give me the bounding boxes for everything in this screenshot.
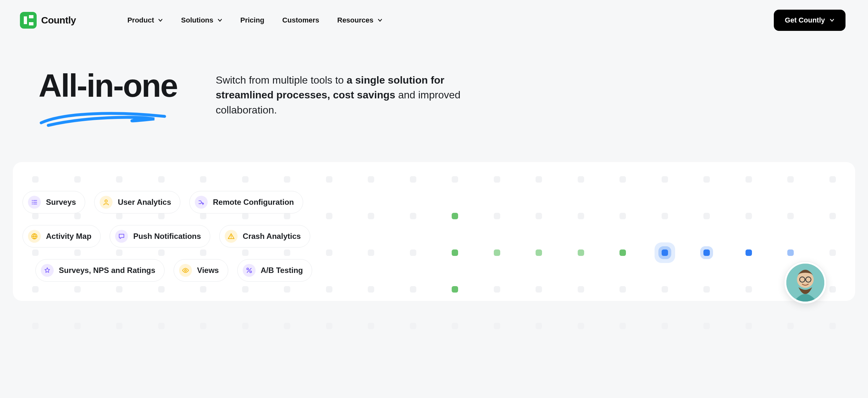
tag-label: Surveys <box>46 198 76 207</box>
chevron-down-icon <box>830 18 835 23</box>
nav-label: Customers <box>282 16 319 25</box>
svg-point-1 <box>105 200 107 202</box>
hero-description: Switch from multiple tools to a single s… <box>216 69 486 117</box>
list-icon <box>28 196 41 209</box>
countly-logo-icon <box>19 11 37 29</box>
tag-row: Surveys, NPS and Ratings Views A/B Testi… <box>23 259 845 282</box>
chat-icon <box>115 230 128 243</box>
tag-ab-testing[interactable]: A/B Testing <box>237 259 312 282</box>
svg-point-4 <box>247 268 248 270</box>
feature-tags: Surveys User Analytics Remote Configurat… <box>23 191 845 282</box>
underline-scribble-icon <box>38 109 177 130</box>
tag-remote-config[interactable]: Remote Configuration <box>189 191 303 213</box>
chevron-down-icon <box>217 18 222 23</box>
tag-label: A/B Testing <box>261 266 303 275</box>
hero-title-block: All-in-one <box>38 69 177 130</box>
tag-row: Surveys User Analytics Remote Configurat… <box>23 191 845 213</box>
nav-label: Pricing <box>241 16 265 25</box>
get-countly-button[interactable]: Get Countly <box>774 10 845 31</box>
tag-views[interactable]: Views <box>174 259 228 282</box>
nav-label: Product <box>127 16 154 25</box>
tag-crash-analytics[interactable]: Crash Analytics <box>219 225 310 248</box>
hero: All-in-one Switch from multiple tools to… <box>0 40 868 149</box>
tag-surveys[interactable]: Surveys <box>23 191 85 213</box>
user-icon <box>100 196 113 209</box>
tag-label: User Analytics <box>118 198 171 207</box>
svg-point-3 <box>185 269 186 271</box>
tag-label: Surveys, NPS and Ratings <box>59 266 155 275</box>
tag-label: Push Notifications <box>133 232 201 241</box>
nav-item-resources[interactable]: Resources <box>337 16 382 25</box>
tag-label: Views <box>197 266 219 275</box>
tag-label: Remote Configuration <box>213 198 294 207</box>
svg-rect-0 <box>20 12 37 29</box>
nav-item-solutions[interactable]: Solutions <box>181 16 222 25</box>
top-nav: Countly Product Solutions Pricing Custom… <box>0 0 868 40</box>
brand-name: Countly <box>41 15 76 26</box>
tag-surveys-nps[interactable]: Surveys, NPS and Ratings <box>35 259 164 282</box>
chevron-down-icon <box>158 18 163 23</box>
svg-point-5 <box>250 271 252 273</box>
nav-item-product[interactable]: Product <box>127 16 163 25</box>
eye-icon <box>179 264 192 277</box>
avatar <box>784 262 826 304</box>
percent-icon <box>243 264 255 277</box>
brand[interactable]: Countly <box>19 11 76 29</box>
shuffle-icon <box>195 196 208 209</box>
features-panel: Surveys User Analytics Remote Configurat… <box>13 162 855 301</box>
hero-desc-prefix: Switch from multiple tools to <box>216 74 346 86</box>
tag-row: Activity Map Push Notifications Crash An… <box>23 225 845 248</box>
tag-user-analytics[interactable]: User Analytics <box>94 191 180 213</box>
nav-item-customers[interactable]: Customers <box>282 16 319 25</box>
nav-item-pricing[interactable]: Pricing <box>241 16 265 25</box>
cta-label: Get Countly <box>785 16 825 25</box>
tag-push-notifications[interactable]: Push Notifications <box>110 225 210 248</box>
tag-activity-map[interactable]: Activity Map <box>23 225 101 248</box>
globe-icon <box>28 230 41 243</box>
hero-title: All-in-one <box>38 69 177 101</box>
star-icon <box>41 264 54 277</box>
nav-label: Solutions <box>181 16 213 25</box>
nav-label: Resources <box>337 16 374 25</box>
nav-links: Product Solutions Pricing Customers Reso… <box>127 16 382 25</box>
alert-icon <box>225 230 238 243</box>
chevron-down-icon <box>377 18 382 23</box>
tag-label: Crash Analytics <box>243 232 301 241</box>
tag-label: Activity Map <box>46 232 91 241</box>
